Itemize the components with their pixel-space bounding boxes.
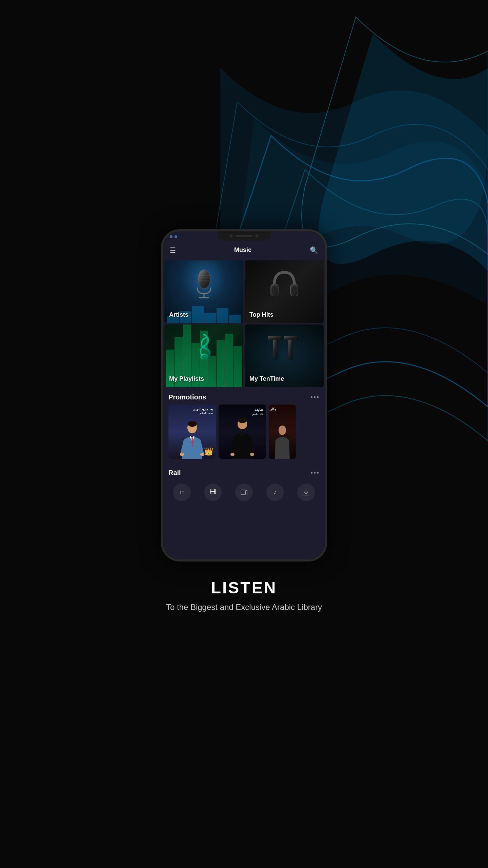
promo-card-1[interactable]: بعد ماريد تبچين محمد السالم [168, 405, 216, 459]
phone-wrapper: ☰ Music 🔍 [161, 229, 327, 612]
svg-point-9 [272, 286, 277, 294]
category-card-tophits[interactable]: Top Hits [245, 260, 324, 323]
phone-notch [217, 231, 271, 241]
promotions-row: بعد ماريد تبچين محمد السالم [163, 405, 325, 464]
rail-title: Rail [168, 469, 181, 477]
svg-marker-28 [245, 490, 247, 494]
svg-rect-17 [288, 340, 292, 358]
rail-section-header: Rail ••• [163, 464, 325, 480]
search-icon[interactable]: 🔍 [310, 246, 318, 254]
bottom-text: LISTEN To the Biggest and Exclusive Arab… [166, 578, 322, 612]
svg-point-11 [291, 286, 297, 294]
rail-btn-tt[interactable]: TT [173, 484, 191, 501]
listen-title: LISTEN [166, 578, 322, 597]
promo-card-3[interactable]: بكار [269, 405, 296, 459]
svg-rect-16 [284, 336, 297, 340]
app-title: Music [234, 246, 251, 254]
promotions-title: Promotions [168, 393, 206, 401]
phone-status-dots [170, 235, 177, 238]
svg-point-20 [180, 453, 184, 456]
category-label-playlists: My Playlists [169, 375, 204, 382]
category-label-tentime: My TenTime [249, 375, 284, 382]
listen-subtitle: To the Biggest and Exclusive Arabic Libr… [166, 603, 322, 612]
scroll-content: Promotions ••• بعد ماريد تبچين مح [163, 389, 325, 559]
rail-row: TT 🎞 ♪ [163, 480, 325, 507]
svg-point-26 [279, 426, 286, 435]
rail-btn-music[interactable]: ♪ [266, 484, 284, 501]
category-card-artists[interactable]: Artists [164, 260, 243, 323]
category-card-playlists[interactable]: My Playlists [164, 324, 243, 387]
rail-btn-download[interactable] [297, 484, 315, 501]
menu-icon[interactable]: ☰ [170, 246, 176, 254]
promotions-section-header: Promotions ••• [163, 389, 325, 405]
svg-rect-27 [241, 490, 245, 495]
svg-point-24 [230, 453, 235, 456]
camera-dot [229, 234, 233, 238]
category-card-tentime[interactable]: My TenTime [245, 324, 324, 387]
phone-screen: ☰ Music 🔍 [163, 231, 325, 559]
categories-grid: Artists [163, 259, 325, 389]
category-label-artists: Artists [169, 311, 188, 318]
rail-more[interactable]: ••• [310, 469, 320, 477]
category-label-tophits: Top Hits [249, 311, 273, 318]
camera-dot-2 [255, 234, 259, 238]
rail-btn-reel[interactable]: 🎞 [204, 484, 222, 501]
promo-1-title: بعد ماريد تبچين محمد السالم [193, 407, 213, 415]
phone-frame: ☰ Music 🔍 [161, 229, 327, 561]
rail-btn-video[interactable] [235, 484, 253, 501]
promo-2-title: ضايعة فائد حلمي [252, 407, 263, 416]
svg-rect-14 [268, 336, 282, 340]
promo-3-title: بكار [270, 407, 276, 411]
phone-speaker [236, 235, 252, 237]
promotions-more[interactable]: ••• [310, 393, 320, 401]
promo-card-2[interactable]: ضايعة فائد حلمي [219, 405, 266, 459]
svg-point-25 [250, 453, 254, 456]
svg-rect-15 [273, 340, 277, 358]
promo-1-crown: 👑 [204, 447, 213, 456]
